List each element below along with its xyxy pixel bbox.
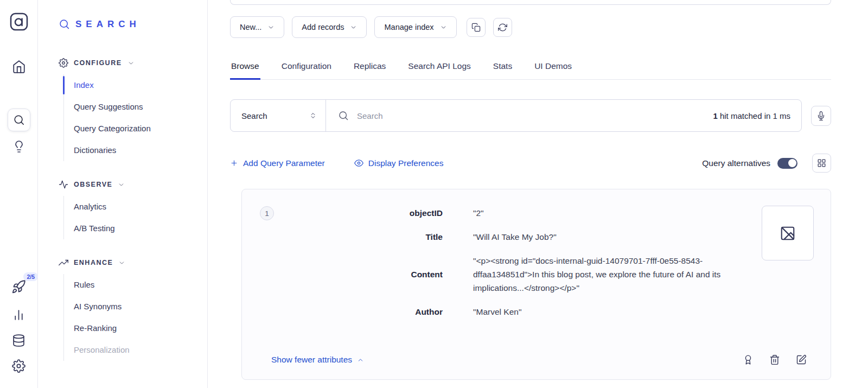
magnifier-icon [59,18,70,30]
query-alternatives-label: Query alternatives [702,158,770,168]
hit-field-row: Author "Marvel Ken" [261,305,807,319]
tab-bar: Browse Configuration Replicas Search API… [230,55,831,80]
section-label: OBSERVE [74,181,112,188]
layout-grid-button[interactable] [812,154,831,173]
chevron-down-icon [127,60,135,67]
search-sidebar: SEARCH CONFIGURE Index Query Suggestions… [38,0,208,388]
trend-up-icon [59,258,68,268]
search-app-logo: SEARCH [59,18,207,30]
display-preferences-link[interactable]: Display Preferences [354,158,444,168]
copy-index-button[interactable] [467,18,486,37]
search-input[interactable] [357,111,705,120]
hit-count-status: 1 hit matched in 1 ms [713,111,790,120]
hit-field-row: objectID "2" [261,206,807,220]
tab-browse[interactable]: Browse [230,55,260,80]
observe-section-header[interactable]: OBSERVE [59,180,207,189]
manage-index-button[interactable]: Manage index [374,16,456,38]
refresh-icon [498,23,507,32]
gear-icon [59,58,68,68]
hit-fields: objectID "2" Title "Will AI Take My Job?… [261,206,807,319]
app-name: SEARCH [75,19,141,30]
database-icon[interactable] [12,334,25,347]
add-records-button[interactable]: Add records [292,16,367,38]
sidebar-item-index[interactable]: Index [64,74,207,96]
edit-hit-button[interactable] [796,354,807,365]
image-placeholder [762,206,814,260]
magnifier-icon [338,110,349,121]
search-query-area: 1 hit matched in 1 ms [326,110,801,121]
field-value: "<p><strong id="docs-internal-guid-14079… [473,254,758,295]
sidebar-item-ab-testing[interactable]: A/B Testing [64,218,207,239]
delete-hit-button[interactable] [769,354,780,365]
ranking-award-icon [743,354,754,365]
sidebar-section-observe: OBSERVE Analytics A/B Testing [59,180,207,239]
app-rail: 2/5 [0,0,38,388]
scrolled-panel-edge [230,0,831,5]
field-value: "Will AI Take My Job?" [473,230,557,244]
hit-field-row: Content "<p><strong id="docs-internal-gu… [261,254,807,295]
sidebar-item-ai-synonyms[interactable]: AI Synonyms [64,296,207,317]
hit-count-number: 1 [713,111,717,120]
tab-ui-demos[interactable]: UI Demos [533,55,573,80]
tab-replicas[interactable]: Replicas [353,55,387,80]
hit-count-text: hit matched in 1 ms [720,111,790,120]
index-main-panel: New... Add records Manage index Browse C… [208,0,868,388]
ranking-info-button[interactable] [743,354,754,365]
hit-card-footer: Show fewer attributes [271,354,807,365]
index-toolbar: New... Add records Manage index [230,16,831,38]
algolia-logo-icon[interactable] [9,12,29,31]
eye-icon [354,158,363,168]
manage-index-label: Manage index [384,23,433,31]
toggle-knob [788,159,796,167]
display-preferences-label: Display Preferences [368,158,444,168]
search-icon [13,114,25,126]
sidebar-item-personalization[interactable]: Personalization [64,339,207,361]
tab-configuration[interactable]: Configuration [280,55,333,80]
hit-card: 1 objectID "2" Title "Will AI Take My Jo… [241,189,831,380]
add-query-parameter-link[interactable]: Add Query Parameter [230,158,325,168]
home-icon[interactable] [12,60,26,74]
rocket-icon[interactable] [11,279,26,294]
chevron-down-icon [440,24,447,31]
grid-icon [817,158,826,168]
sidebar-item-rules[interactable]: Rules [64,274,207,296]
tab-stats[interactable]: Stats [492,55,513,80]
rail-search-active[interactable] [8,109,30,131]
show-fewer-label: Show fewer attributes [271,355,352,365]
search-row: Search 1 hit matched in 1 ms [230,99,831,132]
hit-position-badge: 1 [260,206,274,220]
sidebar-item-query-categorization[interactable]: Query Categorization [64,118,207,139]
section-label: CONFIGURE [74,59,122,67]
sidebar-item-analytics[interactable]: Analytics [64,196,207,218]
settings-gear-icon[interactable] [12,359,25,373]
chevron-down-icon [350,24,357,31]
sidebar-item-dictionaries[interactable]: Dictionaries [64,139,207,161]
search-bar: Search 1 hit matched in 1 ms [230,99,802,132]
recommend-bulb-icon[interactable] [12,140,25,153]
sidebar-item-re-ranking[interactable]: Re-Ranking [64,317,207,339]
section-label: ENHANCE [74,259,113,266]
image-off-icon [780,225,796,241]
configure-section-header[interactable]: CONFIGURE [59,58,207,68]
upgrade-badge[interactable]: 2/5 [23,272,38,281]
pulse-icon [59,180,68,189]
show-fewer-attributes-link[interactable]: Show fewer attributes [271,355,364,365]
analytics-bars-icon[interactable] [12,308,25,322]
search-mode-select[interactable]: Search [231,100,326,131]
query-alternatives-toggle[interactable] [777,158,797,169]
sidebar-section-enhance: ENHANCE Rules AI Synonyms Re-Ranking Per… [59,258,207,361]
field-key: Title [261,230,443,244]
voice-search-button[interactable] [811,106,831,126]
new-button[interactable]: New... [230,16,284,38]
chevron-down-icon [118,181,125,188]
field-value: "Marvel Ken" [473,305,521,319]
field-key: Author [261,305,443,319]
add-records-label: Add records [302,23,344,31]
sidebar-item-query-suggestions[interactable]: Query Suggestions [64,96,207,118]
tab-search-api-logs[interactable]: Search API Logs [407,55,471,80]
field-key: Content [261,268,443,281]
new-button-label: New... [240,23,261,31]
copy-icon [471,23,481,32]
enhance-section-header[interactable]: ENHANCE [59,258,207,268]
refresh-button[interactable] [493,18,512,37]
